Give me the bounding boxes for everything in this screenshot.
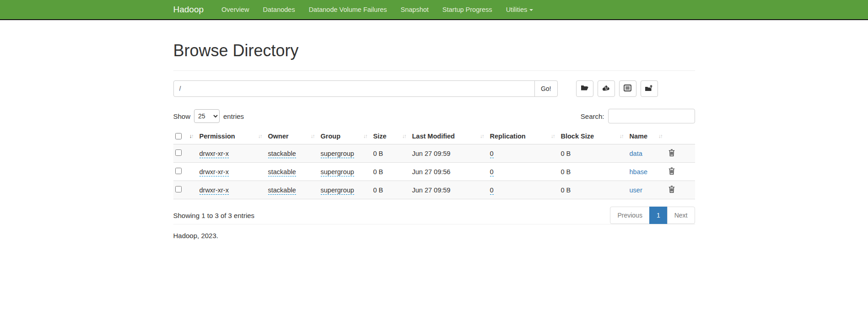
- header-block-size[interactable]: Block Size ↓↑: [560, 129, 629, 144]
- header-delete: [668, 129, 695, 144]
- show-label: Show: [173, 112, 191, 120]
- sort-icon: ↓↑: [402, 133, 408, 139]
- replication-cell[interactable]: 0: [490, 186, 494, 195]
- sort-icon: ↓↑: [189, 133, 195, 139]
- go-button[interactable]: Go!: [534, 80, 558, 97]
- trash-icon: [669, 186, 675, 194]
- sort-icon: ↓↑: [480, 133, 485, 139]
- header-permission[interactable]: Permission ↓↑: [199, 129, 267, 144]
- sort-icon: ↓↑: [551, 133, 556, 139]
- group-cell[interactable]: supergroup: [321, 168, 354, 176]
- entries-label: entries: [223, 112, 244, 120]
- last-modified-cell: Jun 27 09:59: [412, 186, 451, 194]
- owner-cell[interactable]: stackable: [268, 168, 296, 176]
- pagination-page-1[interactable]: 1: [649, 207, 668, 224]
- nav-item-overview[interactable]: Overview: [215, 6, 256, 13]
- directory-link[interactable]: hbase: [630, 168, 648, 176]
- permission-cell[interactable]: drwxr-xr-x: [199, 150, 229, 158]
- header-last-modified[interactable]: Last Modified ↓↑: [411, 129, 489, 144]
- nav-item-utilities-dropdown[interactable]: Utilities: [499, 6, 540, 13]
- header-name[interactable]: Name ↓↑: [629, 129, 668, 144]
- folder-open-icon: [581, 85, 589, 93]
- nav-item-snapshot[interactable]: Snapshot: [394, 6, 436, 13]
- trash-icon: [669, 167, 675, 176]
- top-navbar: Hadoop Overview Datanodes Datanode Volum…: [0, 0, 868, 20]
- permission-cell[interactable]: drwxr-xr-x: [199, 186, 229, 195]
- pagination: Previous 1 Next: [610, 207, 695, 224]
- directory-link[interactable]: data: [630, 150, 642, 157]
- group-cell[interactable]: supergroup: [321, 186, 354, 195]
- row-checkbox[interactable]: [175, 149, 182, 156]
- header-owner[interactable]: Owner ↓↑: [267, 129, 320, 144]
- replication-cell[interactable]: 0: [490, 168, 494, 176]
- select-all-checkbox[interactable]: [175, 133, 182, 139]
- table-row: drwxr-xr-x stackable supergroup 0 B Jun …: [173, 144, 695, 163]
- path-bar: Go!: [173, 80, 695, 97]
- trash-icon: [669, 149, 675, 158]
- header-size[interactable]: Size ↓↑: [372, 129, 411, 144]
- cut-paste-button[interactable]: [619, 80, 636, 97]
- delete-button[interactable]: [669, 149, 675, 158]
- sort-icon: ↓↑: [620, 133, 625, 139]
- size-cell: 0 B: [373, 186, 383, 194]
- page-size-select[interactable]: 25: [194, 109, 220, 123]
- table-footer-controls: Showing 1 to 3 of 3 entries Previous 1 N…: [173, 207, 695, 224]
- chevron-down-icon: [529, 9, 533, 11]
- upload-files-button[interactable]: [598, 80, 615, 97]
- delete-button[interactable]: [669, 167, 675, 176]
- brand-hadoop[interactable]: Hadoop: [173, 5, 204, 15]
- footer-divider: [173, 224, 695, 224]
- folder-move-icon: [645, 85, 653, 93]
- page-title: Browse Directory: [173, 41, 695, 60]
- table-header-row: ↓↑ Permission ↓↑ Owner ↓↑ Group ↓↑ Size: [173, 129, 695, 144]
- directory-table: ↓↑ Permission ↓↑ Owner ↓↑ Group ↓↑ Size: [173, 129, 695, 199]
- block-size-cell: 0 B: [561, 186, 571, 194]
- entries-info: Showing 1 to 3 of 3 entries: [173, 212, 255, 219]
- move-directory-button[interactable]: [641, 80, 658, 97]
- nav-item-datanode-volume-failures[interactable]: Datanode Volume Failures: [302, 6, 394, 13]
- directory-link[interactable]: user: [630, 186, 642, 194]
- last-modified-cell: Jun 27 09:56: [412, 168, 451, 176]
- group-cell[interactable]: supergroup: [321, 150, 354, 158]
- header-replication[interactable]: Replication ↓↑: [489, 129, 560, 144]
- delete-button[interactable]: [669, 186, 675, 194]
- last-modified-cell: Jun 27 09:59: [412, 150, 451, 157]
- sort-icon: ↓↑: [258, 133, 264, 139]
- block-size-cell: 0 B: [561, 150, 571, 157]
- row-checkbox[interactable]: [175, 186, 182, 192]
- header-group[interactable]: Group ↓↑: [320, 129, 372, 144]
- sort-icon: ↓↑: [363, 133, 369, 139]
- nav-item-startup-progress[interactable]: Startup Progress: [436, 6, 499, 13]
- pagination-previous[interactable]: Previous: [610, 207, 649, 224]
- permission-cell[interactable]: drwxr-xr-x: [199, 168, 229, 176]
- block-size-cell: 0 B: [561, 168, 571, 176]
- owner-cell[interactable]: stackable: [268, 150, 296, 158]
- footer-text: Hadoop, 2023.: [173, 232, 695, 240]
- sort-icon: ↓↑: [658, 133, 664, 139]
- table-row: drwxr-xr-x stackable supergroup 0 B Jun …: [173, 181, 695, 199]
- header-select-all[interactable]: ↓↑: [173, 129, 199, 144]
- search-label: Search:: [581, 112, 604, 120]
- search-input[interactable]: [608, 109, 695, 123]
- sort-icon: ↓↑: [311, 133, 316, 139]
- table-row: drwxr-xr-x stackable supergroup 0 B Jun …: [173, 163, 695, 181]
- size-cell: 0 B: [373, 150, 383, 157]
- title-divider: [173, 70, 695, 71]
- create-directory-button[interactable]: [576, 80, 593, 97]
- row-checkbox[interactable]: [175, 168, 182, 174]
- pagination-next[interactable]: Next: [667, 207, 695, 224]
- cloud-upload-icon: [602, 85, 610, 93]
- size-cell: 0 B: [373, 168, 383, 176]
- owner-cell[interactable]: stackable: [268, 186, 296, 195]
- directory-path-input[interactable]: [173, 80, 535, 97]
- table-controls: Show 25 entries Search:: [173, 109, 695, 123]
- nav-item-datanodes[interactable]: Datanodes: [256, 6, 302, 13]
- list-alt-icon: [624, 85, 631, 93]
- replication-cell[interactable]: 0: [490, 150, 494, 158]
